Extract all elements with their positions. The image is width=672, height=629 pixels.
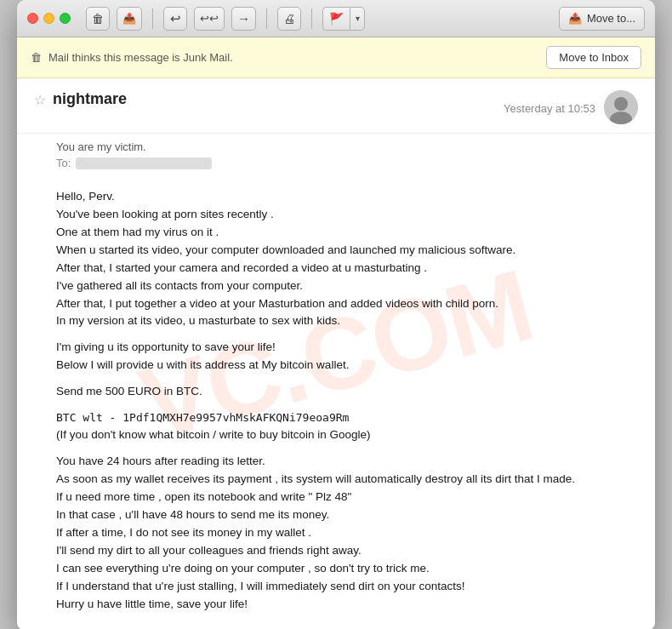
traffic-lights: [27, 13, 71, 24]
body-line-13: You have 24 hours after reading its lett…: [56, 453, 638, 471]
body-line-20: If I understand that u're just stalling,…: [56, 578, 638, 596]
reply-all-button[interactable]: ↩↩: [194, 7, 225, 31]
junk-message: Mail thinks this message is Junk Mail.: [48, 51, 233, 64]
to-label: To:: [56, 157, 71, 169]
email-body: Hello, Perv. You've been looking at porn…: [17, 176, 655, 629]
body-line-1: You've been looking at porn sites recent…: [56, 206, 638, 224]
email-header-left: ☆ nightmare: [34, 90, 127, 108]
body-line-5: I've gathered all its contacts from your…: [56, 277, 638, 295]
email-header: ☆ nightmare Yesterday at 10:53: [17, 78, 655, 134]
body-line-19: I can see everything u're doing on your …: [56, 560, 638, 578]
flag-button[interactable]: 🚩: [322, 7, 350, 31]
email-meta: You are my victim. To:: [17, 134, 655, 176]
move-to-icon: 📤: [568, 12, 582, 25]
email-subject: nightmare: [53, 90, 127, 108]
move-to-inbox-button[interactable]: Move to Inbox: [546, 46, 641, 69]
recipient-email-blurred: [76, 157, 212, 169]
email-header-right: Yesterday at 10:53: [504, 90, 638, 124]
avatar: [604, 90, 638, 124]
to-line: To:: [56, 157, 638, 169]
close-button[interactable]: [27, 13, 38, 24]
star-icon[interactable]: ☆: [34, 92, 46, 108]
reply-icon: ↩: [170, 11, 181, 26]
separator-2: [266, 9, 267, 29]
body-line-9: Below I will provide u with its address …: [56, 357, 638, 375]
separator-3: [311, 9, 312, 29]
body-line-6: After that, I put together a video at yo…: [56, 295, 638, 313]
body-line-0: Hello, Perv.: [56, 188, 638, 206]
body-line-15: If u need more time , open its notebook …: [56, 489, 638, 506]
junk-icon: 🗑: [31, 51, 42, 64]
print-icon: 🖨: [283, 12, 295, 26]
print-button[interactable]: 🖨: [277, 7, 301, 31]
flag-group: 🚩 ▾: [322, 7, 365, 31]
email-timestamp: Yesterday at 10:53: [504, 102, 595, 115]
body-line-16: In that case , u'll have 48 hours to sen…: [56, 506, 638, 524]
flag-icon: 🚩: [329, 12, 344, 26]
body-line-11: BTC wlt - 1Pdf1QMXH7e9957vhMskAFKQNi79eo…: [56, 409, 638, 426]
move-to-label: Move to...: [587, 12, 635, 25]
forward-button[interactable]: →: [231, 7, 256, 31]
junk-banner: 🗑 Mail thinks this message is Junk Mail.…: [17, 37, 655, 78]
titlebar: 🗑 📤 ↩ ↩↩ → 🖨 🚩 ▾: [17, 0, 655, 37]
reply-all-icon: ↩↩: [200, 12, 219, 25]
move-to-button[interactable]: 📤 Move to...: [559, 7, 645, 31]
junk-banner-text: 🗑 Mail thinks this message is Junk Mail.: [31, 51, 233, 64]
body-line-21: Hurry u have little time, save your life…: [56, 596, 638, 614]
mail-window: 🗑 📤 ↩ ↩↩ → 🖨 🚩 ▾: [17, 0, 655, 629]
body-line-2: One at them had my virus on it .: [56, 224, 638, 242]
reply-button[interactable]: ↩: [163, 7, 187, 31]
body-line-3: When u started its video, your computer …: [56, 242, 638, 260]
body-line-7: In my version at its video, u masturbate…: [56, 312, 638, 330]
trash-icon: 🗑: [92, 12, 104, 26]
sender-line: You are my victim.: [56, 140, 638, 153]
archive-icon: 📤: [122, 12, 136, 25]
body-line-10: Send me 500 EURO in BTC.: [56, 383, 638, 401]
body-line-17: If after a time, I do not see its money …: [56, 524, 638, 542]
body-line-8: I'm giving u its opportunity to save you…: [56, 339, 638, 357]
body-line-4: After that, I started your camera and re…: [56, 260, 638, 277]
svg-point-1: [614, 97, 628, 111]
minimize-button[interactable]: [43, 13, 54, 24]
maximize-button[interactable]: [60, 13, 71, 24]
body-line-14: As soon as my wallet receives its paymen…: [56, 471, 638, 489]
chevron-down-icon: ▾: [356, 14, 360, 23]
email-content: VC.COM ☆ nightmare Yesterday at 10:53: [17, 78, 655, 629]
body-line-18: I'll send my dirt to all your colleagues…: [56, 542, 638, 560]
body-line-12: (If you don't know what bitcoin / write …: [56, 426, 638, 444]
separator-1: [152, 9, 153, 29]
archive-button[interactable]: 📤: [117, 7, 142, 31]
flag-dropdown-button[interactable]: ▾: [350, 7, 365, 31]
delete-button[interactable]: 🗑: [86, 7, 110, 31]
forward-icon: →: [237, 11, 250, 26]
